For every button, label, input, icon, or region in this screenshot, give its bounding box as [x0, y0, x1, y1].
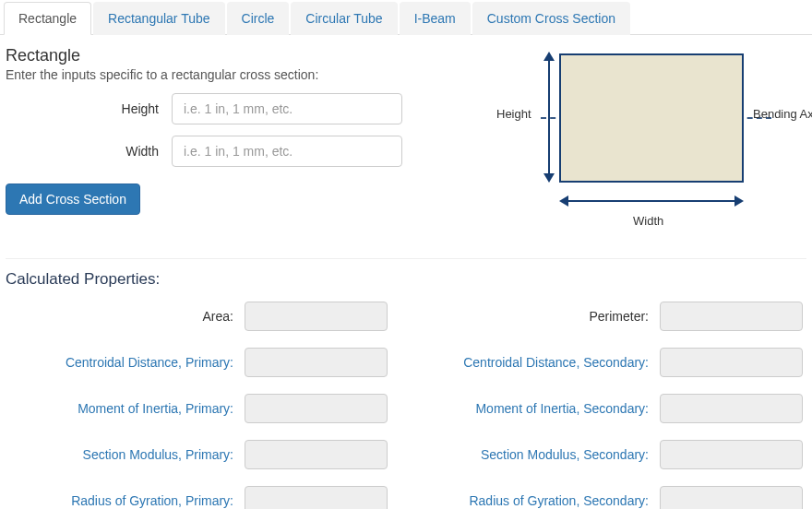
moment-of-inertia-primary-label[interactable]: Moment of Inertia, Primary:: [9, 401, 245, 416]
diagram-width-label: Width: [633, 214, 663, 228]
perimeter-value: [660, 302, 803, 331]
section-modulus-primary-value: [245, 440, 388, 469]
width-input[interactable]: [172, 136, 402, 167]
moment-of-inertia-secondary-label[interactable]: Moment of Inertia, Secondary:: [424, 401, 660, 416]
tab-bar: Rectangle Rectangular Tube Circle Circul…: [0, 0, 812, 35]
height-dimension-arrow: [543, 52, 555, 183]
height-label: Height: [6, 101, 172, 116]
tab-circle[interactable]: Circle: [227, 2, 290, 35]
centroidal-distance-primary-label[interactable]: Centroidal Distance, Primary:: [9, 355, 245, 370]
centroidal-distance-primary-value: [245, 348, 388, 377]
section-modulus-primary-label[interactable]: Section Modulus, Primary:: [9, 447, 245, 462]
diagram-height-label: Height: [496, 107, 531, 121]
diagram-rectangle: [559, 53, 744, 183]
height-input[interactable]: [172, 93, 402, 124]
radius-of-gyration-primary-value: [245, 486, 388, 509]
divider: [6, 258, 806, 259]
centroidal-distance-secondary-value: [660, 348, 803, 377]
radius-of-gyration-secondary-label[interactable]: Radius of Gyration, Secondary:: [424, 493, 660, 508]
tab-custom-cross-section[interactable]: Custom Cross Section: [472, 2, 630, 35]
section-modulus-secondary-value: [660, 440, 803, 469]
tab-i-beam[interactable]: I-Beam: [400, 2, 471, 35]
area-label: Area:: [9, 309, 245, 324]
width-dimension-arrow: [559, 195, 744, 207]
centroidal-distance-secondary-label[interactable]: Centroidal Distance, Secondary:: [424, 355, 660, 370]
add-cross-section-button[interactable]: Add Cross Section: [6, 183, 140, 215]
perimeter-label: Perimeter:: [424, 309, 660, 324]
cross-section-diagram: Height Width Bending Axis: [448, 52, 812, 236]
tab-circular-tube[interactable]: Circular Tube: [291, 2, 397, 35]
tab-rectangle[interactable]: Rectangle: [4, 2, 91, 35]
moment-of-inertia-secondary-value: [660, 394, 803, 423]
section-modulus-secondary-label[interactable]: Section Modulus, Secondary:: [424, 447, 660, 462]
section-title: Rectangle: [6, 46, 430, 65]
moment-of-inertia-primary-value: [245, 394, 388, 423]
calculated-properties-grid: Area: Perimeter: Centroidal Distance, Pr…: [6, 302, 806, 509]
area-value: [245, 302, 388, 331]
tab-rectangular-tube[interactable]: Rectangular Tube: [93, 2, 225, 35]
diagram-bending-axis-label: Bending Axis: [753, 107, 812, 121]
section-description: Enter the inputs specific to a rectangul…: [6, 67, 430, 82]
radius-of-gyration-primary-label[interactable]: Radius of Gyration, Primary:: [9, 493, 245, 508]
radius-of-gyration-secondary-value: [660, 486, 803, 509]
width-label: Width: [6, 144, 172, 159]
calculated-properties-title: Calculated Properties:: [6, 270, 806, 289]
